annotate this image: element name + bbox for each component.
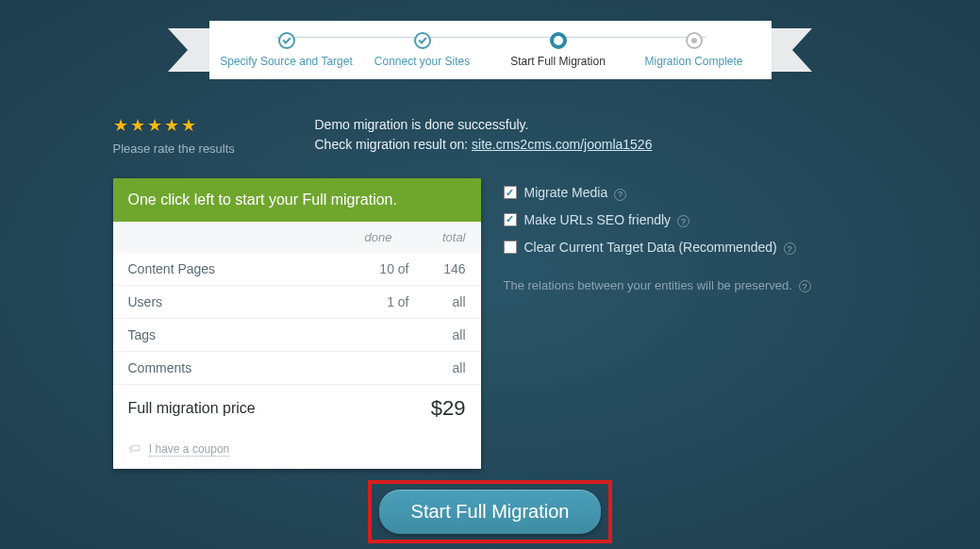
step-label: Start Full Migration (510, 55, 606, 68)
row-label: Comments (128, 360, 353, 375)
table-row: Comments all (113, 352, 481, 385)
note-text: The relations between your entities will… (504, 278, 792, 292)
option-label: Clear Current Target Data (Recommended) (524, 240, 777, 255)
circle-inactive-icon (686, 32, 703, 49)
star-icon[interactable]: ★ (113, 115, 128, 136)
row-done: 10 of (353, 261, 409, 276)
help-icon[interactable]: ? (784, 242, 796, 255)
table-row: Content Pages 10 of 146 (113, 253, 481, 286)
table-row: Users 1 of all (113, 286, 481, 319)
star-icon[interactable]: ★ (130, 115, 145, 136)
checkbox[interactable] (504, 186, 517, 199)
row-total: all (409, 327, 466, 342)
option-clear-target[interactable]: Clear Current Target Data (Recommended) … (504, 239, 868, 257)
option-seo-urls[interactable]: Make URLs SEO friendly ? (504, 211, 868, 229)
step-label: Specify Source and Target (220, 55, 353, 68)
cta-wrap: Start Full Migration (113, 480, 868, 543)
price-label: Full migration price (128, 400, 431, 417)
row-label: Content Pages (128, 261, 353, 276)
table-row: Tags all (113, 319, 481, 352)
rating-prompt: Please rate the results (113, 141, 298, 156)
col-total: total (419, 230, 466, 244)
check-icon (414, 32, 431, 49)
migration-status: Demo migration is done successfuly. Chec… (315, 115, 868, 156)
migration-options: Migrate Media ? Make URLs SEO friendly ?… (504, 178, 868, 469)
row-total: all (409, 294, 466, 309)
checkbox[interactable] (504, 213, 517, 226)
option-label: Make URLs SEO friendly (524, 212, 672, 227)
table-header: done total (113, 222, 481, 253)
rating-block: ★ ★ ★ ★ ★ Please rate the results (113, 115, 298, 156)
step-migration-complete[interactable]: Migration Complete (626, 32, 762, 68)
options-note: The relations between your entities will… (504, 277, 868, 294)
progress-stepper: Specify Source and Target Connect your S… (0, 0, 980, 79)
tag-icon: 🏷 (128, 441, 141, 456)
status-line-1: Demo migration is done successfuly. (315, 115, 868, 135)
star-icon[interactable]: ★ (181, 115, 196, 136)
status-prefix: Check migration result on: (315, 137, 473, 152)
migration-summary-panel: One click left to start your Full migrat… (113, 178, 481, 469)
step-specify-source[interactable]: Specify Source and Target (219, 32, 355, 68)
stepper-track: Specify Source and Target Connect your S… (209, 21, 772, 79)
step-start-migration[interactable]: Start Full Migration (490, 32, 626, 68)
row-total: all (409, 360, 466, 375)
row-done (353, 327, 409, 342)
row-label: Users (128, 294, 353, 309)
star-icon[interactable]: ★ (164, 115, 179, 136)
col-done: done (345, 230, 392, 244)
step-label: Migration Complete (644, 55, 742, 68)
start-full-migration-button[interactable]: Start Full Migration (379, 490, 602, 534)
row-done: 1 of (353, 294, 409, 309)
cta-highlight-frame: Start Full Migration (368, 480, 613, 543)
help-icon[interactable]: ? (614, 189, 626, 201)
help-icon[interactable]: ? (799, 280, 811, 292)
rating-stars[interactable]: ★ ★ ★ ★ ★ (113, 115, 298, 136)
result-link[interactable]: site.cms2cms.com/joomla1526 (472, 137, 652, 152)
step-label: Connect your Sites (374, 55, 470, 68)
row-label: Tags (128, 327, 353, 342)
step-connect-sites[interactable]: Connect your Sites (355, 32, 490, 68)
check-icon (278, 32, 295, 49)
row-done (353, 360, 409, 375)
option-label: Migrate Media (524, 185, 608, 200)
coupon-link[interactable]: I have a coupon (149, 442, 229, 457)
star-icon[interactable]: ★ (147, 115, 162, 136)
help-icon[interactable]: ? (677, 215, 689, 227)
coupon-row: 🏷 I have a coupon (113, 432, 481, 469)
circle-active-icon (550, 32, 567, 49)
main-row: One click left to start your Full migrat… (113, 178, 868, 469)
panel-title: One click left to start your Full migrat… (113, 178, 481, 222)
price-row: Full migration price $29 (113, 385, 481, 432)
intro-row: ★ ★ ★ ★ ★ Please rate the results Demo m… (113, 115, 868, 156)
status-line-2: Check migration result on: site.cms2cms.… (315, 135, 868, 155)
row-total: 146 (409, 261, 466, 276)
checkbox[interactable] (504, 241, 517, 254)
price-value: $29 (431, 396, 466, 421)
option-migrate-media[interactable]: Migrate Media ? (504, 184, 868, 202)
